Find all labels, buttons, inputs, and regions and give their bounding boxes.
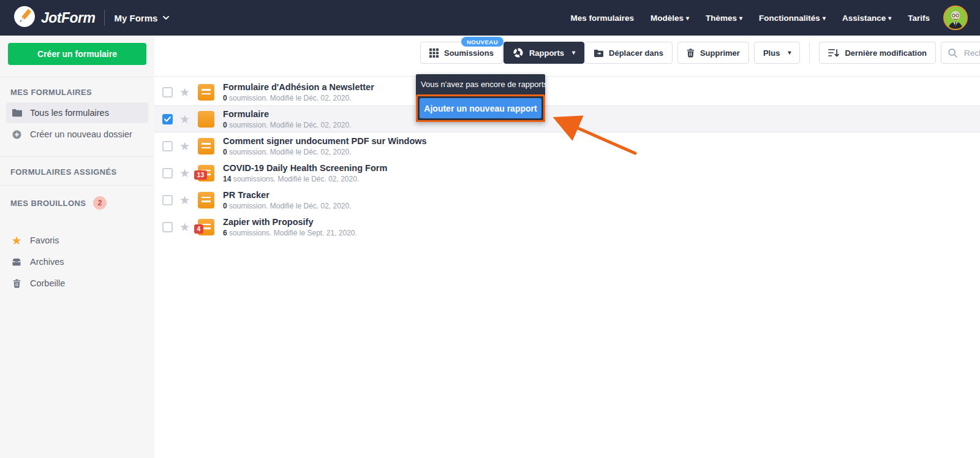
sidebar-item-label: Tous les formulaires	[30, 108, 109, 118]
meta-text: soumission. Modifié le Déc. 02, 2020.	[229, 121, 351, 129]
sidebar-item-label: Corbeille	[30, 278, 65, 288]
form-icon	[198, 138, 214, 155]
form-title[interactable]: Formulaire	[223, 109, 351, 119]
trash-icon	[11, 279, 22, 288]
top-header: JotForm My Forms Mes formulaires Modèles…	[0, 0, 980, 36]
toolbar: NOUVEAU Soumissions	[154, 36, 980, 77]
section-assigned-label: FORMULAIRES ASSIGNÉS	[10, 167, 117, 177]
section-assigned-forms: FORMULAIRES ASSIGNÉS	[0, 157, 154, 181]
form-icon: 13	[198, 165, 214, 181]
favorite-star-icon[interactable]: ★	[179, 167, 190, 179]
sort-button[interactable]: Dernière modification	[819, 42, 936, 64]
section-drafts-label: MES BROUILLONS	[10, 199, 86, 208]
no-reports-message: Vous n'avez pas encore de rapports	[416, 80, 545, 94]
unread-count-badge: 4	[194, 224, 203, 234]
meta-text: soumission. Modifié le Déc. 02, 2020.	[229, 202, 351, 210]
sort-icon	[828, 48, 839, 58]
favorite-star-icon[interactable]: ★	[179, 194, 190, 206]
check-icon	[164, 116, 171, 122]
form-row[interactable]: ★ Comment signer undocument PDF sur Wind…	[154, 132, 980, 159]
sidebar-item-favorites[interactable]: ★ Favoris	[6, 230, 148, 251]
trash-icon	[687, 48, 695, 58]
section-my-forms: MES FORMULAIRES	[0, 77, 154, 102]
forms-list: ★ Formulaire d'Adhésion a Newsletter 0 s…	[154, 77, 980, 240]
nav-pricing[interactable]: Tarifs	[908, 13, 930, 23]
jotform-pencil-icon	[13, 6, 36, 30]
reports-donut-icon	[513, 47, 524, 58]
user-avatar[interactable]	[943, 6, 968, 30]
toolbar-divider	[809, 42, 810, 64]
search-box	[941, 42, 980, 64]
move-to-button[interactable]: Déplacer dans	[584, 42, 673, 64]
jotform-logo[interactable]: JotForm	[13, 6, 96, 30]
section-my-drafts: MES BROUILLONS 2	[0, 186, 154, 215]
brand-name: JotForm	[41, 10, 96, 26]
reports-button[interactable]: Rapports	[503, 42, 584, 64]
plus-circle-icon	[11, 130, 22, 139]
form-row[interactable]: ★ 13 COVID-19 Daily Health Screening For…	[154, 159, 980, 186]
row-checkbox-checked[interactable]	[162, 114, 173, 124]
meta-text: soumissions. Modifié le Déc. 02, 2020.	[233, 175, 359, 183]
reports-label: Rapports	[529, 48, 564, 58]
more-button[interactable]: Plus	[754, 42, 801, 64]
workspace-name: My Forms	[115, 13, 158, 23]
form-title[interactable]: Comment signer undocument PDF sur Window…	[223, 136, 427, 146]
row-checkbox[interactable]	[162, 195, 173, 205]
add-report-button[interactable]: Ajouter un nouveau rapport	[420, 98, 541, 118]
nav-themes[interactable]: Thèmes	[706, 13, 742, 23]
form-title[interactable]: COVID-19 Daily Health Screening Form	[223, 163, 387, 173]
submission-count: 0	[223, 121, 227, 129]
chevron-down-icon	[163, 16, 169, 20]
section-my-forms-label: MES FORMULAIRES	[10, 88, 92, 97]
submission-count: 0	[223, 148, 227, 156]
form-meta: 0 soumission. Modifié le Déc. 02, 2020.	[223, 121, 351, 129]
form-meta: 6 soumissions. Modifié le Sept. 21, 2020…	[223, 229, 357, 237]
main-content: NOUVEAU Soumissions	[154, 36, 980, 458]
form-row-selected[interactable]: ★ Formulaire 0 soumission. Modifié le Dé…	[154, 105, 980, 132]
form-title[interactable]: Formulaire d'Adhésion a Newsletter	[223, 82, 374, 92]
submission-count: 14	[223, 175, 231, 183]
meta-text: soumission. Modifié le Déc. 02, 2020.	[229, 94, 351, 102]
view-switch-group: Soumissions Rapports	[420, 42, 584, 64]
star-icon: ★	[11, 235, 22, 246]
form-title[interactable]: PR Tracker	[223, 190, 351, 200]
sidebar-item-label: Créer un nouveau dossier	[30, 129, 132, 139]
delete-label: Supprimer	[700, 48, 740, 58]
search-input[interactable]	[963, 48, 980, 58]
row-checkbox[interactable]	[162, 168, 173, 178]
form-row[interactable]: ★ PR Tracker 0 soumission. Modifié le Dé…	[154, 186, 980, 213]
submission-count: 0	[223, 94, 227, 102]
drafts-count-badge: 2	[93, 196, 107, 210]
sidebar-spacer	[0, 215, 154, 229]
favorite-star-icon[interactable]: ★	[179, 140, 190, 152]
favorite-star-icon[interactable]: ★	[179, 113, 190, 125]
form-meta: 0 soumission. Modifié le Déc. 02, 2020.	[223, 148, 427, 156]
nav-support[interactable]: Assistance	[842, 13, 891, 23]
sidebar-item-all-forms[interactable]: Tous les formulaires	[6, 102, 148, 123]
workspace-switcher[interactable]: My Forms	[115, 13, 170, 23]
nav-features[interactable]: Fonctionnalités	[759, 13, 826, 23]
sidebar-item-trash[interactable]: Corbeille	[6, 273, 148, 294]
annotation-highlight-box: Ajouter un nouveau rapport	[416, 94, 545, 122]
submission-count: 0	[223, 202, 227, 210]
form-row[interactable]: ★ Formulaire d'Adhésion a Newsletter 0 s…	[154, 78, 980, 105]
form-meta: 14 soumissions. Modifié le Déc. 02, 2020…	[223, 175, 387, 183]
row-checkbox[interactable]	[162, 141, 173, 151]
sidebar-item-new-folder[interactable]: Créer un nouveau dossier	[6, 124, 148, 145]
row-checkbox[interactable]	[162, 87, 173, 97]
meta-text: soumission. Modifié le Déc. 02, 2020.	[229, 148, 351, 156]
nav-templates[interactable]: Modèles	[650, 13, 689, 23]
delete-button[interactable]: Supprimer	[677, 42, 749, 64]
search-icon	[948, 48, 957, 58]
form-row[interactable]: ★ 4 Zapier with Proposify 6 soumissions.…	[154, 213, 980, 240]
form-icon: 4	[198, 219, 214, 235]
nav-my-forms[interactable]: Mes formulaires	[570, 13, 634, 23]
sidebar-item-archive[interactable]: Archives	[6, 251, 148, 272]
form-icon	[198, 84, 214, 101]
row-checkbox[interactable]	[162, 222, 173, 232]
create-form-button[interactable]: Créer un formulaire	[8, 43, 146, 65]
actions-group: Déplacer dans Supprimer Plus	[584, 42, 980, 64]
favorite-star-icon[interactable]: ★	[179, 86, 190, 98]
favorite-star-icon[interactable]: ★	[179, 221, 190, 233]
form-title[interactable]: Zapier with Proposify	[223, 217, 357, 227]
